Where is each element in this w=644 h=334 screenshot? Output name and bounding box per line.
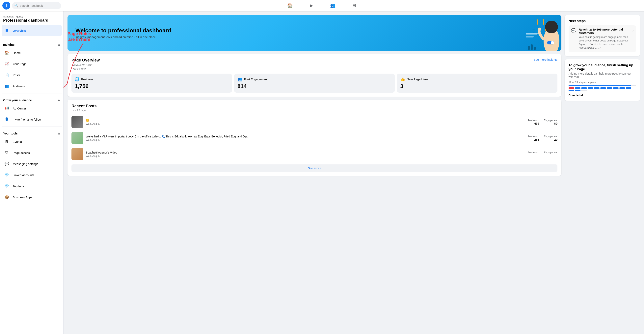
- post-metrics-3: Post reach -- Engagement --: [528, 151, 558, 157]
- sidebar-item-messaging-settings[interactable]: 💬 Messaging settings: [2, 158, 62, 169]
- sidebar-item-invite-friends[interactable]: 👤 Invite friends to follow: [2, 114, 62, 125]
- sidebar-item-overview[interactable]: ⊞ Overview: [2, 25, 62, 36]
- grow-audience-section-header: Grow your audience ∧: [2, 95, 62, 103]
- next-step-content: Reach up to 605 more potential customers…: [579, 28, 630, 50]
- see-more-insights-link[interactable]: See more insights: [534, 58, 558, 61]
- account-info: Spaghetti Agency Professional dashboard: [2, 13, 62, 25]
- video-nav-button[interactable]: ▶: [301, 1, 321, 10]
- post-text-3: Spaghetti Agency's Video: [86, 151, 526, 154]
- engagement-value-1: 80: [544, 122, 558, 125]
- post-reach-value-3: --: [528, 154, 539, 157]
- post-row[interactable]: Spaghetti Agency's Video Wed, Aug 17 Pos…: [72, 146, 558, 162]
- post-date-2: Wed, Aug 17: [86, 138, 526, 141]
- post-reach-label-3: Post reach: [528, 151, 539, 154]
- hero-title: Welcome to professional dashboard: [76, 27, 171, 34]
- dashboard-title: Professional dashboard: [3, 18, 60, 23]
- org-name: Spaghetti Agency: [3, 15, 60, 18]
- content-area: Welcome to professional dashboard Insigh…: [64, 11, 644, 334]
- post-metrics-1: Post reach 499 Engagement 80: [528, 119, 558, 125]
- svg-rect-1: [538, 19, 544, 25]
- post-reach-label: Post reach: [81, 77, 96, 81]
- svg-point-7: [538, 27, 540, 29]
- progress-bar-fill: [568, 85, 631, 86]
- insights-section-header: Insights ∧: [2, 39, 62, 47]
- progress-bar-track: [568, 85, 636, 86]
- post-reach-stat: 🌐 Post reach 1,756: [72, 74, 232, 93]
- sidebar-item-events[interactable]: 🗓 Events: [2, 136, 62, 147]
- post-engagement-stat: 👥 Post Engagement 814: [234, 74, 395, 93]
- sidebar-item-your-page[interactable]: 📈 Your Page: [2, 58, 62, 69]
- menu-nav-button[interactable]: ⊞: [344, 1, 364, 10]
- post-reach-label-2: Post reach: [528, 135, 539, 138]
- linked-accounts-icon: 💎: [3, 171, 10, 179]
- sidebar-item-top-fans[interactable]: 💎 Top fans: [2, 180, 62, 192]
- post-row[interactable]: We've had a V.I.P (very important pooch)…: [72, 130, 558, 146]
- hero-banner: Welcome to professional dashboard Insigh…: [68, 15, 562, 51]
- next-step-icon: 💬: [571, 28, 576, 33]
- post-content-3: Spaghetti Agency's Video Wed, Aug 17: [86, 151, 526, 157]
- see-more-posts-button[interactable]: See more: [72, 164, 558, 172]
- grow-audience-card: To grow your audience, finish setting up…: [564, 59, 640, 101]
- svg-rect-8: [526, 33, 538, 34]
- sidebar-item-audience[interactable]: 👥 Audience: [2, 80, 62, 92]
- sidebar-item-page-access[interactable]: 🛡 Page access: [2, 147, 62, 158]
- post-reach-label-1: Post reach: [528, 119, 539, 122]
- post-engagement-value: 814: [238, 83, 392, 89]
- svg-point-3: [532, 29, 535, 32]
- post-reach-value: 1,756: [75, 83, 229, 89]
- next-step-description: Your post is getting more engagement tha…: [579, 35, 630, 50]
- page-access-icon: 🛡: [3, 149, 10, 156]
- people-nav-button[interactable]: 👥: [323, 1, 343, 10]
- business-apps-icon: 📦: [3, 194, 10, 201]
- recent-posts-date-range: Last 28 days: [72, 109, 558, 112]
- grow-card-title: To grow your audience, finish setting up…: [568, 63, 636, 71]
- page-overview-title: Page Overview: [72, 58, 100, 62]
- your-tools-chevron[interactable]: ∧: [58, 131, 60, 135]
- progress-dots: [568, 87, 636, 91]
- next-step-arrow-icon[interactable]: ›: [632, 28, 634, 33]
- main-layout: Spaghetti Agency Professional dashboard …: [0, 11, 644, 334]
- sidebar-item-linked-accounts[interactable]: 💎 Linked accounts: [2, 169, 62, 180]
- sidebar-item-posts[interactable]: 📄 Posts: [2, 69, 62, 80]
- next-steps-title: Next steps: [568, 19, 636, 23]
- search-icon: 🔍: [14, 4, 18, 7]
- engagement-col-1: Engagement 80: [544, 119, 558, 125]
- nav-left: f 🔍: [0, 1, 64, 9]
- search-input[interactable]: [20, 4, 59, 7]
- next-step-title: Reach up to 605 more potential customers: [579, 28, 630, 34]
- post-row[interactable]: 😊 Wed, Aug 17 Post reach 499 Engagement …: [72, 114, 558, 130]
- posts-icon: 📄: [3, 71, 10, 78]
- facebook-logo[interactable]: f: [2, 1, 10, 9]
- engagement-col-2: Engagement 20: [544, 135, 558, 141]
- next-step-item: 💬 Reach up to 605 more potential custome…: [568, 25, 636, 52]
- search-bar[interactable]: 🔍: [12, 2, 61, 9]
- svg-rect-10: [528, 46, 530, 50]
- insights-chevron[interactable]: ∧: [58, 43, 60, 46]
- hero-subtitle: Insights, management tools and ad creati…: [76, 35, 171, 39]
- home-icon: 🏠: [3, 49, 10, 56]
- home-nav-button[interactable]: 🏠: [280, 1, 300, 10]
- new-page-likes-stat: 👍 New Page Likes 3: [397, 74, 558, 93]
- main-column: Welcome to professional dashboard Insigh…: [68, 15, 562, 330]
- next-steps-card: Next steps 💬 Reach up to 605 more potent…: [564, 15, 640, 56]
- sidebar-item-home[interactable]: 🏠 Home: [2, 47, 62, 58]
- post-date-3: Wed, Aug 17: [86, 154, 526, 157]
- divider-1: [2, 38, 62, 38]
- new-page-likes-label: New Page Likes: [407, 77, 428, 81]
- top-fans-icon: 💎: [3, 182, 10, 190]
- post-emoji-1: 😊: [86, 119, 526, 122]
- sidebar-item-ad-center[interactable]: 📢 Ad Center: [2, 103, 62, 114]
- svg-rect-11: [531, 44, 533, 50]
- post-reach-col-1: Post reach 499: [528, 119, 539, 125]
- post-date-1: Wed, Aug 17: [86, 122, 526, 125]
- post-reach-value-1: 499: [528, 122, 539, 125]
- post-content-2: We've had a V.I.P (very important pooch)…: [86, 135, 526, 141]
- progress-label: 12 of 13 steps completed: [568, 81, 636, 84]
- svg-rect-9: [526, 36, 534, 37]
- post-thumbnail-1: [72, 116, 84, 128]
- post-reach-icon: 🌐: [75, 77, 80, 81]
- sidebar-item-business-apps[interactable]: 📦 Business Apps: [2, 192, 62, 203]
- post-reach-col-2: Post reach 265: [528, 135, 539, 141]
- grow-audience-chevron[interactable]: ∧: [58, 98, 60, 102]
- post-content-1: 😊 Wed, Aug 17: [86, 119, 526, 125]
